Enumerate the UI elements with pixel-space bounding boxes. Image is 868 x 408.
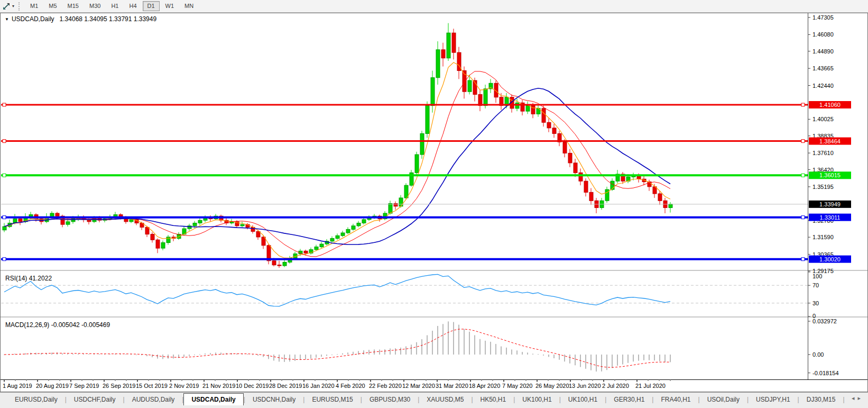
macd-bar: [490, 342, 491, 355]
candle-body: [468, 80, 472, 92]
macd-bar: [279, 355, 280, 361]
timeframe-button-m1[interactable]: M1: [25, 1, 43, 11]
date-axis-label: 12 Mar 2020: [402, 383, 435, 389]
macd-bar: [649, 355, 650, 360]
tab-fra40-h1[interactable]: FRA40,H1: [653, 393, 698, 405]
macd-bar: [157, 355, 158, 359]
line-handle[interactable]: [801, 174, 805, 177]
tab-usdcad-daily[interactable]: USDCAD,Daily: [183, 393, 243, 405]
candle-body: [130, 220, 133, 222]
line-handle[interactable]: [3, 258, 6, 261]
tab-eurusd-daily[interactable]: EURUSD,Daily: [7, 393, 65, 405]
date-axis-label: 4 Feb 2020: [336, 383, 365, 389]
line-handle[interactable]: [801, 103, 805, 106]
candle-body: [563, 142, 567, 153]
timeframe-button-h4[interactable]: H4: [124, 1, 141, 11]
macd-bar: [368, 350, 370, 355]
line-handle[interactable]: [3, 140, 6, 143]
macd-bar: [575, 355, 576, 365]
line-handle[interactable]: [3, 103, 6, 106]
candle-body: [19, 219, 22, 222]
macd-bar: [617, 355, 618, 366]
candle-body: [436, 50, 440, 78]
macd-bar: [421, 339, 422, 355]
tab-scroll-left-icon[interactable]: ◂: [852, 395, 858, 401]
tab-china300-h4[interactable]: CHINA300,H4: [845, 393, 847, 405]
timeframe-button-d1[interactable]: D1: [143, 1, 160, 11]
tab-usdjpy-h1[interactable]: USDJPY,H1: [749, 393, 797, 405]
macd-bar: [72, 354, 73, 355]
price-axis-label: 1.44890: [812, 48, 834, 55]
line-handle[interactable]: [3, 174, 6, 177]
date-axis-label: 13 Jun 2020: [569, 383, 601, 389]
macd-bar: [14, 353, 15, 355]
macd-bar: [501, 347, 502, 355]
tab-usdcnh-daily[interactable]: USDCNH,Daily: [245, 393, 303, 405]
macd-bar: [553, 355, 555, 358]
candle-body: [315, 247, 318, 249]
macd-bar: [670, 355, 671, 362]
candle-body: [658, 194, 662, 201]
timeframe-button-mn[interactable]: MN: [180, 1, 198, 11]
macd-bar: [131, 354, 132, 355]
macd-bar: [464, 329, 465, 355]
macd-bar: [99, 354, 100, 355]
tab-dj30-m15[interactable]: DJ30,M15: [799, 393, 843, 405]
timeframe-button-m30[interactable]: M30: [85, 1, 105, 11]
chart-tab-bar: EURUSD,Daily|USDCHF,Daily|AUDUSD,Daily|U…: [0, 392, 868, 408]
date-axis-label: 18 Apr 2020: [469, 383, 500, 389]
chart-background: [0, 13, 868, 392]
macd-bar: [67, 353, 68, 355]
date-axis-label: 15 Oct 2019: [136, 383, 168, 389]
candle-body: [50, 213, 54, 217]
candle-body: [552, 128, 556, 134]
date-axis-label: 2 Nov 2019: [169, 383, 199, 389]
candle-body: [531, 106, 535, 114]
candle-body: [66, 222, 70, 224]
charts-toolbar-icon: [2, 2, 11, 11]
tab-usoil-daily[interactable]: USOil,Daily: [700, 393, 747, 405]
charts-tool-group[interactable]: ▾: [0, 0, 16, 12]
level-price-badge-text: 1.30020: [819, 256, 841, 262]
price-axis-label: 1.42440: [812, 83, 834, 89]
date-axis-label: 7 Sep 2019: [69, 383, 99, 389]
tab-xauusd-m5[interactable]: XAUUSD,M5: [419, 393, 471, 405]
macd-bar: [141, 355, 142, 355]
macd-bar: [612, 355, 613, 368]
toolbar-grip-handle[interactable]: [19, 2, 21, 11]
macd-bar: [474, 335, 475, 355]
date-axis-label: 22 Feb 2020: [369, 383, 402, 389]
tab-usdchf-daily[interactable]: USDCHF,Daily: [67, 393, 123, 405]
macd-axis-label: 0.00: [812, 351, 824, 358]
macd-bar: [654, 355, 655, 360]
tab-hk50-h1[interactable]: HK50,H1: [473, 393, 514, 405]
price-axis-label: 1.47305: [812, 14, 834, 21]
macd-bar: [516, 350, 518, 355]
candle-body: [156, 240, 160, 248]
timeframe-button-m15[interactable]: M15: [63, 1, 84, 11]
tab-scroll-right-icon[interactable]: ▸: [857, 395, 864, 401]
line-handle[interactable]: [801, 258, 805, 261]
chart-tabs: EURUSD,Daily|USDCHF,Daily|AUDUSD,Daily|U…: [7, 393, 847, 405]
timeframe-button-h1[interactable]: H1: [106, 1, 123, 11]
chevron-down-icon[interactable]: ▾: [12, 4, 14, 8]
candle-body: [320, 244, 324, 247]
chart-canvas[interactable]: 1.473051.460801.448901.436651.424401.400…: [0, 13, 868, 392]
date-axis-label: 10 Dec 2019: [236, 383, 269, 389]
timeframe-button-w1[interactable]: W1: [161, 1, 179, 11]
tab-ger30-h1[interactable]: GER30,H1: [606, 393, 652, 405]
line-handle[interactable]: [801, 140, 805, 143]
tab-eurusd-m15[interactable]: EURUSD,M15: [304, 393, 360, 405]
tab-uk100-h1[interactable]: UK100,H1: [515, 393, 559, 405]
level-price-badge-text: 1.36015: [819, 172, 841, 178]
tab-gbpusd-m30[interactable]: GBPUSD,M30: [362, 393, 418, 405]
tab-audusd-daily[interactable]: AUDUSD,Daily: [125, 393, 182, 405]
timeframe-button-m5[interactable]: M5: [44, 1, 61, 11]
macd-bar: [353, 352, 354, 355]
macd-bar: [606, 355, 607, 370]
line-handle[interactable]: [801, 216, 805, 219]
candle-body: [526, 106, 530, 112]
candle-body: [389, 204, 392, 213]
tab-uk100-h1[interactable]: UK100,H1: [561, 393, 605, 405]
line-handle[interactable]: [3, 216, 6, 219]
